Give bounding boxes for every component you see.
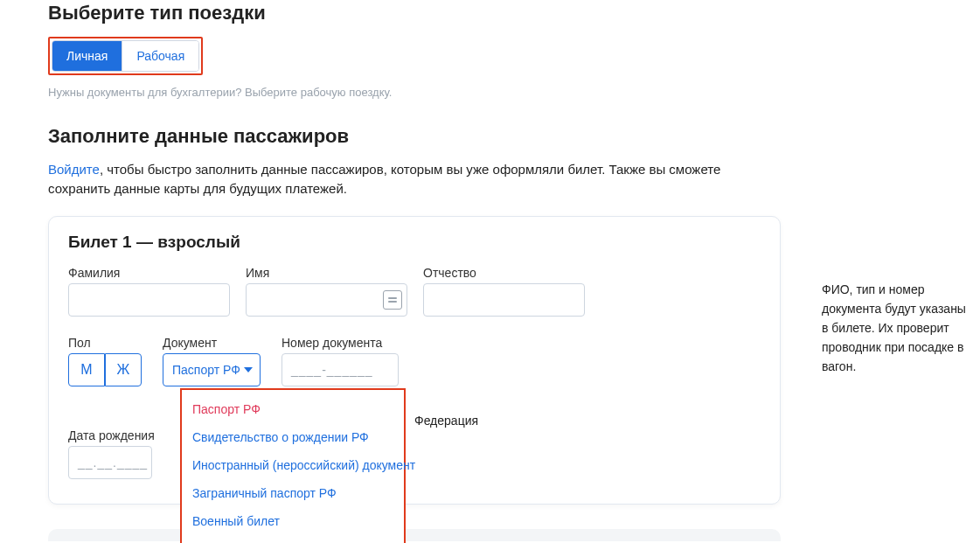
document-label: Документ bbox=[163, 336, 261, 350]
doc-option-zagran[interactable]: Заграничный паспорт РФ bbox=[182, 479, 404, 507]
doc-option-passport-rf[interactable]: Паспорт РФ bbox=[182, 395, 404, 423]
dob-label: Дата рождения bbox=[68, 428, 761, 442]
lastname-label: Фамилия bbox=[68, 266, 230, 280]
document-selected-value: Паспорт РФ bbox=[172, 363, 240, 377]
patronymic-input[interactable] bbox=[423, 283, 585, 317]
patronymic-field: Отчество bbox=[423, 266, 585, 317]
trip-type-work[interactable]: Рабочая bbox=[122, 41, 198, 71]
trip-type-personal[interactable]: Личная bbox=[52, 41, 122, 71]
trip-type-highlight: Личная Рабочая bbox=[48, 37, 203, 75]
doc-option-birth-cert[interactable]: Свидетельство о рождении РФ bbox=[182, 423, 404, 451]
document-select[interactable]: Паспорт РФ bbox=[163, 353, 261, 386]
contacts-icon[interactable] bbox=[383, 290, 402, 310]
document-dropdown: Паспорт РФ Свидетельство о рождении РФ И… bbox=[180, 388, 406, 543]
gender-toggle: М Ж bbox=[68, 353, 142, 386]
next-card-preview bbox=[48, 529, 781, 541]
gender-field: Пол М Ж bbox=[68, 336, 142, 386]
login-hint: Войдите, чтобы быстро заполнить данные п… bbox=[48, 160, 782, 198]
dob-input[interactable]: __.__.____ bbox=[68, 446, 152, 479]
gender-male[interactable]: М bbox=[68, 353, 105, 386]
document-field: Документ Паспорт РФ bbox=[163, 336, 261, 386]
trip-type-hint: Нужны документы для бухгалтерии? Выберит… bbox=[48, 86, 980, 99]
lastname-input[interactable] bbox=[68, 283, 230, 317]
doc-option-seaman[interactable]: Паспорт моряка bbox=[182, 535, 404, 543]
passengers-heading: Заполните данные пассажиров bbox=[48, 125, 980, 148]
login-tail: , чтобы быстро заполнить данные пассажир… bbox=[48, 162, 720, 196]
chevron-down-icon bbox=[244, 367, 253, 372]
firstname-field: Имя bbox=[246, 266, 407, 317]
gender-female[interactable]: Ж bbox=[105, 353, 142, 386]
docnum-input[interactable]: ____-______ bbox=[281, 353, 399, 386]
citizenship-value: Федерация bbox=[414, 414, 478, 428]
trip-type-heading: Выберите тип поездки bbox=[48, 2, 980, 24]
side-note: ФИО, тип и номер документа будут указаны… bbox=[822, 280, 970, 376]
trip-type-toggle: Личная Рабочая bbox=[52, 40, 199, 72]
firstname-label: Имя bbox=[246, 266, 407, 280]
ticket-card: Билет 1 — взрослый Фамилия Имя Отчество … bbox=[48, 216, 781, 505]
doc-option-foreign[interactable]: Иностранный (нероссийский) документ bbox=[182, 451, 404, 479]
docnum-label: Номер документа bbox=[281, 336, 399, 350]
patronymic-label: Отчество bbox=[423, 266, 585, 280]
gender-label: Пол bbox=[68, 336, 142, 350]
login-link[interactable]: Войдите bbox=[48, 162, 100, 177]
lastname-field: Фамилия bbox=[68, 266, 230, 317]
docnum-field: Номер документа ____-______ bbox=[281, 336, 399, 386]
ticket-title: Билет 1 — взрослый bbox=[68, 233, 761, 252]
doc-option-military[interactable]: Военный билет bbox=[182, 507, 404, 535]
